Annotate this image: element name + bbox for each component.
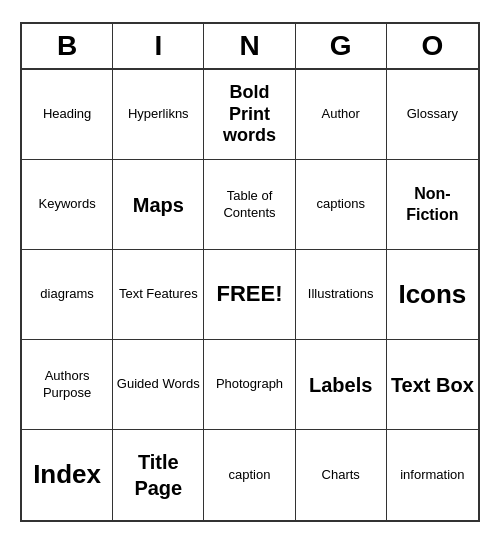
bingo-cell: Illustrations xyxy=(296,250,387,340)
cell-text: Icons xyxy=(398,278,466,312)
bingo-cell: Heading xyxy=(22,70,113,160)
cell-text: Index xyxy=(33,458,101,492)
cell-text: Authors Purpose xyxy=(25,368,109,402)
bingo-cell: Text Features xyxy=(113,250,204,340)
bingo-cell: Guided Words xyxy=(113,340,204,430)
cell-text: FREE! xyxy=(216,280,282,309)
header-letter: B xyxy=(22,24,113,68)
bingo-grid: HeadingHyperliknsBold Print wordsAuthorG… xyxy=(22,70,478,520)
bingo-cell: Maps xyxy=(113,160,204,250)
cell-text: information xyxy=(400,467,464,484)
bingo-cell: Bold Print words xyxy=(204,70,295,160)
cell-text: captions xyxy=(316,196,364,213)
cell-text: Bold Print words xyxy=(207,82,291,147)
cell-text: Guided Words xyxy=(117,376,200,393)
bingo-cell: Photograph xyxy=(204,340,295,430)
bingo-cell: Charts xyxy=(296,430,387,520)
cell-text: Heading xyxy=(43,106,91,123)
bingo-cell: information xyxy=(387,430,478,520)
bingo-cell: Non-Fiction xyxy=(387,160,478,250)
bingo-cell: Icons xyxy=(387,250,478,340)
cell-text: Labels xyxy=(309,372,372,398)
cell-text: Glossary xyxy=(407,106,458,123)
bingo-header: BINGO xyxy=(22,24,478,70)
cell-text: Text Box xyxy=(391,372,474,398)
cell-text: Table of Contents xyxy=(207,188,291,222)
cell-text: diagrams xyxy=(40,286,93,303)
bingo-cell: Labels xyxy=(296,340,387,430)
header-letter: G xyxy=(296,24,387,68)
bingo-cell: Authors Purpose xyxy=(22,340,113,430)
bingo-cell: Table of Contents xyxy=(204,160,295,250)
cell-text: Text Features xyxy=(119,286,198,303)
bingo-cell: Text Box xyxy=(387,340,478,430)
bingo-cell: Glossary xyxy=(387,70,478,160)
cell-text: caption xyxy=(229,467,271,484)
bingo-cell: Index xyxy=(22,430,113,520)
bingo-cell: Author xyxy=(296,70,387,160)
bingo-cell: Hyperlikns xyxy=(113,70,204,160)
bingo-cell: captions xyxy=(296,160,387,250)
cell-text: Keywords xyxy=(39,196,96,213)
bingo-cell: Keywords xyxy=(22,160,113,250)
cell-text: Charts xyxy=(322,467,360,484)
cell-text: Maps xyxy=(133,192,184,218)
header-letter: N xyxy=(204,24,295,68)
header-letter: I xyxy=(113,24,204,68)
cell-text: Non-Fiction xyxy=(390,184,475,226)
bingo-cell: diagrams xyxy=(22,250,113,340)
header-letter: O xyxy=(387,24,478,68)
bingo-cell: FREE! xyxy=(204,250,295,340)
bingo-card: BINGO HeadingHyperliknsBold Print wordsA… xyxy=(20,22,480,522)
cell-text: Title Page xyxy=(116,449,200,501)
cell-text: Hyperlikns xyxy=(128,106,189,123)
cell-text: Author xyxy=(322,106,360,123)
cell-text: Photograph xyxy=(216,376,283,393)
bingo-cell: Title Page xyxy=(113,430,204,520)
bingo-cell: caption xyxy=(204,430,295,520)
cell-text: Illustrations xyxy=(308,286,374,303)
